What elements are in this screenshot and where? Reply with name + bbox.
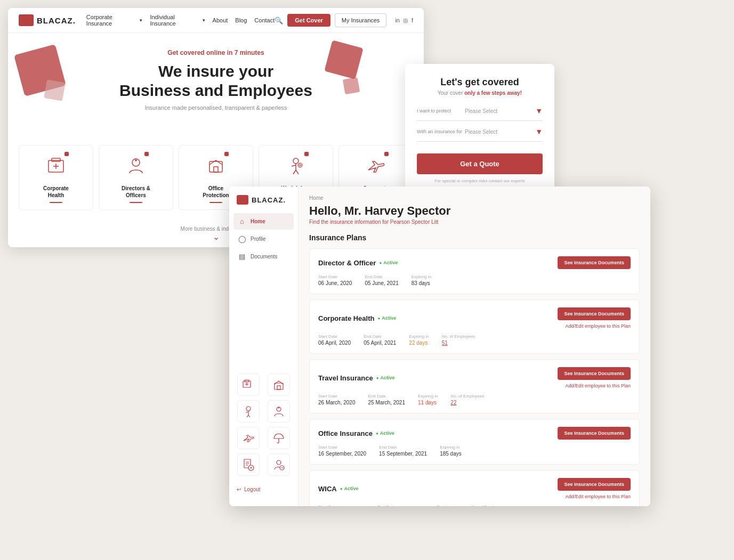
see-docs-travel[interactable]: See Insurance Documents <box>558 367 631 380</box>
company-label: Find the insurance information for <box>309 219 389 225</box>
plan-status-health: Active <box>377 315 396 321</box>
plan-details-wica: Start Date 06 November, 2020 End Date 05… <box>318 505 631 506</box>
dashboard-hello: Hello, Mr. Harvey Spector <box>309 204 640 218</box>
logout-button[interactable]: ↩ Logout <box>229 481 298 498</box>
sidebar-logo[interactable]: BLACAZ. <box>229 195 298 213</box>
sidebar-icon-travel[interactable] <box>236 427 262 449</box>
get-cover-button[interactable]: Get Cover <box>287 14 330 27</box>
logo[interactable]: BLACAZ. <box>19 14 76 26</box>
sidebar-icon-person[interactable] <box>266 453 292 476</box>
product-card-health[interactable]: CorporateHealth <box>19 145 93 210</box>
svg-line-27 <box>248 415 250 417</box>
plan-name-office: Office Insurance <box>318 429 373 437</box>
nav-blog[interactable]: Blog <box>235 17 247 23</box>
nav-actions: 🔍 Get Cover My Insurances in ◎ f <box>275 13 413 27</box>
plan-status-director: Active <box>379 260 398 265</box>
my-insurances-button[interactable]: My Insurances <box>335 13 387 27</box>
svg-line-13 <box>296 170 299 174</box>
travel-end-date: End Date 25 March, 2021 <box>368 394 406 405</box>
nav-contact[interactable]: Contact <box>254 17 275 23</box>
see-docs-director[interactable]: See Insurance Documents <box>558 256 631 269</box>
plan-status-office: Active <box>376 431 394 436</box>
plan-details-travel: Start Date 26 March, 2020 End Date 25 Ma… <box>318 394 631 405</box>
sidebar-nav: ⌂ Home ◯ Profile ▤ Documents <box>229 213 298 368</box>
plan-title-wica: WICA Active <box>318 485 359 493</box>
sidebar-icon-work[interactable] <box>236 400 262 423</box>
widget-subtitle-bold: only a few steps away! <box>464 90 522 96</box>
linkedin-icon[interactable]: in <box>395 17 400 24</box>
decor-square-tr-small <box>343 77 360 94</box>
nav-individual-insurance[interactable]: Individual Insurance <box>150 14 205 27</box>
card-dot <box>224 152 229 156</box>
widget-protect-select[interactable]: Please Select ▼ <box>465 107 543 115</box>
sidebar-icon-office[interactable] <box>266 374 292 396</box>
decor-square-small <box>44 79 66 101</box>
svg-rect-8 <box>214 167 218 172</box>
health-start-date: Start Date 06 April, 2020 <box>318 334 351 346</box>
nav-social: in ◎ f <box>395 17 413 24</box>
edit-employees-health[interactable]: Add/Edit employee to this Plan <box>565 323 631 329</box>
director-end-date: End Date 05 June, 2021 <box>365 274 398 286</box>
wica-employees: No. of Employees 87 <box>471 505 505 506</box>
plan-title-travel: Travel Insurance Active <box>318 374 394 382</box>
health-end-date: End Date 05 April, 2021 <box>364 334 396 346</box>
wica-end-date: End Date 05 November, 2021 <box>377 505 424 506</box>
sidebar-icon-doc[interactable] <box>236 453 262 476</box>
plan-header-travel: Travel Insurance Active See Insurance Do… <box>318 367 631 388</box>
search-icon[interactable]: 🔍 <box>275 17 283 25</box>
widget-title: Let's get covered <box>417 77 543 88</box>
edit-employees-travel[interactable]: Add/Edit employee to this Plan <box>565 383 631 388</box>
company-name[interactable]: Pearson Spector Litt <box>390 219 439 225</box>
product-name-directors: Directors &Officers <box>104 185 167 199</box>
see-docs-health[interactable]: See Insurance Documents <box>558 307 631 320</box>
plan-card-office: Office Insurance Active See Insurance Do… <box>309 419 640 465</box>
sidebar-icon-umbrella[interactable] <box>266 427 292 449</box>
travel-icon <box>363 154 389 180</box>
sidebar-item-home[interactable]: ⌂ Home <box>233 213 294 230</box>
plan-header-wica: WICA Active See Insurance Documents Add/… <box>318 478 631 499</box>
card-dot <box>384 152 389 156</box>
svg-point-23 <box>246 407 251 411</box>
edit-employees-wica[interactable]: Add/Edit employee to this Plan <box>565 494 631 499</box>
widget-insurance-select[interactable]: Please Select ▼ <box>465 127 543 136</box>
travel-icon-box <box>237 427 260 449</box>
nav-about[interactable]: About <box>213 17 228 23</box>
documents-icon: ▤ <box>238 253 246 261</box>
hero-desc: Insurance made personalised, transparent… <box>29 104 402 111</box>
widget-insurance-value: Please Select <box>465 129 497 135</box>
plan-name-director: Director & Officer <box>318 259 376 267</box>
get-quote-button[interactable]: Get a Quote <box>417 153 543 174</box>
svg-line-26 <box>247 415 248 417</box>
product-card-directors[interactable]: Directors &Officers <box>99 145 173 210</box>
widget-insurance-arrow-icon: ▼ <box>535 127 543 136</box>
instagram-icon[interactable]: ◎ <box>403 17 408 24</box>
plan-header-office: Office Insurance Active See Insurance Do… <box>318 427 631 440</box>
see-docs-office[interactable]: See Insurance Documents <box>558 427 631 440</box>
office-start-date: Start Date 16 September, 2020 <box>318 445 366 457</box>
logo-box <box>19 14 34 26</box>
breadcrumb: Home <box>309 195 640 201</box>
plan-header-director: Director & Officer Active See Insurance … <box>318 256 631 269</box>
wica-expiring: Expiring in 236 days <box>437 505 459 506</box>
see-docs-wica[interactable]: See Insurance Documents <box>558 478 631 491</box>
travel-employees: No. of Employees 22 <box>450 394 484 405</box>
sidebar-icon-directors[interactable] <box>266 400 292 423</box>
plan-status-travel: Active <box>376 375 395 380</box>
plan-card-wica: WICA Active See Insurance Documents Add/… <box>309 470 640 506</box>
nav-corporate-insurance[interactable]: Corporate Insurance <box>86 14 143 27</box>
sidebar-icon-health[interactable] <box>236 374 262 396</box>
product-underline <box>130 202 142 203</box>
sidebar-item-home-label: Home <box>251 218 265 224</box>
widget-protect-label: I want to protect <box>417 108 465 113</box>
plan-actions-health: See Insurance Documents Add/Edit employe… <box>558 307 631 329</box>
sidebar-item-documents-label: Documents <box>251 254 278 259</box>
svg-line-12 <box>293 170 296 174</box>
plan-card-director: Director & Officer Active See Insurance … <box>309 248 640 294</box>
directors-icon-box <box>268 400 290 423</box>
sidebar-item-profile[interactable]: ◯ Profile <box>233 231 294 247</box>
health-expiring: Expiring in 22 days <box>409 334 429 346</box>
sidebar-item-documents[interactable]: ▤ Documents <box>233 248 294 265</box>
plan-details-office: Start Date 16 September, 2020 End Date 1… <box>318 445 631 457</box>
profile-icon: ◯ <box>238 235 246 243</box>
facebook-icon[interactable]: f <box>412 17 413 24</box>
